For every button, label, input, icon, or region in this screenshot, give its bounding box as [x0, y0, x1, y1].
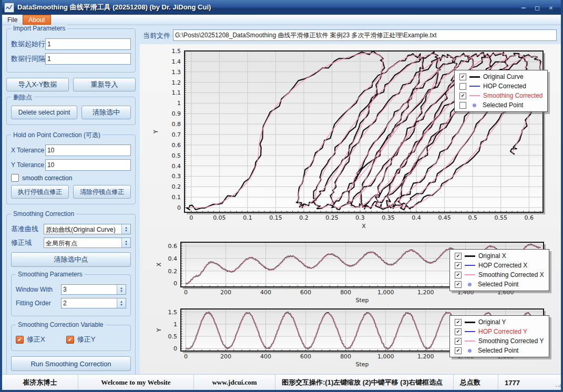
legend-row[interactable]: HOP Corrected — [459, 82, 542, 90]
correct-y-checkbox[interactable]: ✔ — [66, 336, 74, 344]
selected-point-marker-icon — [468, 349, 472, 353]
legend-label: Selected Point — [483, 101, 523, 109]
svg-text:0.5: 0.5 — [172, 152, 181, 159]
svg-text:0: 0 — [177, 204, 181, 211]
legend-checkbox[interactable]: ✔ — [455, 347, 462, 354]
correct-x-checkbox[interactable]: ✔ — [16, 336, 24, 344]
legend-label: Original Curve — [483, 73, 524, 80]
smoothing-parameters-title: Smoothing Parameters — [16, 271, 85, 278]
status-site[interactable]: www.jdcui.com — [194, 375, 275, 390]
status-welcome: Welcome to my Website — [78, 375, 194, 390]
domain-spinner-icon[interactable]: ▲▼ — [121, 238, 130, 247]
run-smoothing-button[interactable]: Run Smoothing Correction — [11, 356, 131, 371]
legend-checkbox[interactable]: ✔ — [459, 92, 466, 99]
legend-label: Smoothing Corrected X — [478, 271, 544, 278]
legend-row[interactable]: ✔Smoothing Corrected Y — [455, 337, 544, 345]
delete-points-group: 删除点 Delete select point 清除选中 — [6, 97, 136, 125]
import-xy-button[interactable]: 导入X-Y数据 — [6, 78, 69, 91]
legend-row[interactable]: ✔HOP Corrected Y — [455, 328, 544, 335]
svg-text:1.2: 1.2 — [172, 79, 181, 86]
svg-text:600: 600 — [300, 289, 311, 296]
hop-correction-group: Hold on Point Correction (可选) X Toleranc… — [6, 135, 136, 204]
legend-row[interactable]: ✔Selected Point — [455, 347, 544, 354]
legend-label: Original X — [478, 252, 506, 260]
resize-grip-icon[interactable]: ⠠⠴ — [554, 383, 560, 389]
legend-checkbox[interactable]: ✔ — [459, 74, 466, 80]
y-tolerance-input[interactable] — [45, 159, 131, 171]
legend-row[interactable]: ✔Selected Point — [455, 281, 544, 288]
legend-label: Smoothing Corrected — [483, 92, 542, 99]
menu-about[interactable]: About — [23, 15, 50, 25]
svg-text:0.4: 0.4 — [172, 163, 181, 170]
reimport-button[interactable]: 重新导入 — [73, 78, 136, 91]
svg-text:400: 400 — [260, 289, 271, 296]
legend-checkbox[interactable]: ✔ — [455, 338, 462, 345]
svg-text:X: X — [362, 223, 366, 230]
legend-row[interactable]: ✔HOP Corrected X — [455, 262, 544, 269]
smoothing-correction-group: Smoothing Correction 基准曲线 原始曲线(Original … — [6, 214, 136, 376]
legend-checkbox[interactable]: ✔ — [455, 272, 462, 278]
legend-checkbox[interactable]: ✔ — [455, 253, 462, 260]
legend-line-sample-icon — [465, 322, 475, 323]
clear-selected-button[interactable]: 清除选中 — [81, 106, 131, 119]
domain-combo[interactable]: 全局所有点 ▲▼ — [44, 238, 131, 248]
svg-text:0.7: 0.7 — [172, 131, 181, 138]
start-row-input[interactable] — [45, 38, 131, 50]
y-tolerance-label: Y Tolerance — [11, 161, 45, 169]
legend-label: Smoothing Corrected Y — [478, 337, 544, 345]
legend-checkbox[interactable]: ✔ — [455, 281, 462, 288]
start-row-label: 数据起始行 — [11, 39, 45, 49]
legend-row[interactable]: ✔Smoothing Corrected — [459, 92, 542, 99]
legend-checkbox[interactable]: ✔ — [455, 328, 462, 335]
fitting-order-spinner-icon[interactable]: ▲▼ — [117, 298, 126, 308]
svg-text:0.3: 0.3 — [172, 173, 181, 180]
title-bar[interactable]: DataSmoothing 曲线平滑工具 (20251208) (by Dr. … — [2, 0, 561, 15]
run-hop-button[interactable]: 执行停顿点修正 — [11, 185, 69, 199]
svg-text:1.3: 1.3 — [172, 69, 181, 76]
legend-row[interactable]: ✔Smoothing Corrected X — [455, 271, 544, 278]
smoothing-parameters-group: Smoothing Parameters Window With 3 ▲▼ Fi… — [11, 274, 131, 316]
svg-text:1,000: 1,000 — [377, 289, 394, 296]
legend-checkbox[interactable] — [459, 102, 466, 109]
maximize-button[interactable]: □ — [531, 3, 543, 12]
svg-text:0.25: 0.25 — [325, 214, 339, 221]
delete-select-point-button[interactable]: Delete select point — [11, 106, 77, 119]
menu-file[interactable]: File — [2, 15, 23, 25]
window-width-spinner-icon[interactable]: ▲▼ — [117, 285, 126, 294]
svg-text:0: 0 — [173, 345, 177, 352]
base-curve-combo[interactable]: 原始曲线(Original Curve) ▲▼ — [44, 224, 131, 234]
row-interval-input[interactable] — [45, 53, 131, 65]
import-parameters-group: Import Parameters 数据起始行 数据行间隔 — [6, 28, 136, 73]
clear-hop-button[interactable]: 清除停顿点修正 — [73, 185, 131, 199]
clear-selected-points-button[interactable]: 清除选中点 — [11, 252, 131, 267]
smooth-correction-checkbox[interactable] — [11, 174, 19, 182]
legend-row[interactable]: Selected Point — [459, 101, 542, 109]
current-file-input[interactable] — [173, 29, 557, 41]
legend-line-sample-icon — [469, 95, 480, 96]
app-icon — [4, 3, 14, 13]
svg-text:1,000: 1,000 — [377, 353, 394, 360]
minimize-button[interactable]: – — [518, 3, 529, 12]
fitting-order-spinbox[interactable]: 2 ▲▼ — [61, 298, 126, 308]
x-tolerance-label: X Tolerance — [11, 147, 45, 154]
legend-row[interactable]: ✔Original X — [455, 252, 544, 260]
x-tolerance-input[interactable] — [45, 145, 131, 156]
legend-line-sample-icon — [469, 76, 480, 78]
legend-checkbox[interactable]: ✔ — [455, 262, 462, 269]
base-curve-spinner-icon[interactable]: ▲▼ — [121, 224, 130, 234]
svg-text:0.2: 0.2 — [168, 268, 178, 275]
svg-text:200: 200 — [220, 289, 231, 296]
close-button[interactable]: ✕ — [545, 3, 557, 12]
app-window: DataSmoothing 曲线平滑工具 (20251208) (by Dr. … — [0, 0, 563, 392]
window-width-spinbox[interactable]: 3 ▲▼ — [61, 284, 126, 295]
domain-value: 全局所有点 — [44, 238, 121, 247]
svg-text:1.5: 1.5 — [168, 309, 178, 316]
legend-row[interactable]: ✔Original Curve — [459, 73, 542, 80]
svg-text:1,200: 1,200 — [417, 353, 434, 360]
legend-row[interactable]: ✔Original Y — [455, 318, 544, 326]
correct-y-label: 修正Y — [77, 335, 96, 344]
legend-line-sample-icon — [469, 86, 480, 87]
svg-text:0.5: 0.5 — [168, 333, 178, 340]
legend-checkbox[interactable] — [459, 83, 466, 90]
legend-checkbox[interactable]: ✔ — [455, 319, 462, 326]
